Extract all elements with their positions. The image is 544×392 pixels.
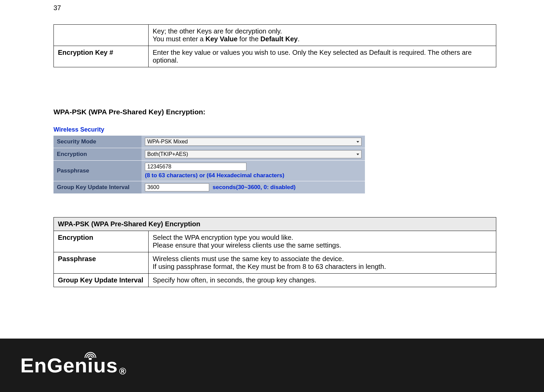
panel-title: Wireless Security (53, 124, 365, 135)
text-line: Key; the other Keys are for decryption o… (153, 27, 282, 35)
label-passphrase: Passphrase (53, 161, 142, 181)
row-passphrase: Passphrase 12345678 (8 to 63 characters)… (53, 160, 365, 181)
cell-label-group-key-interval: Group Key Update Interval (54, 274, 149, 287)
row-security-mode: Security Mode WPA-PSK Mixed (53, 135, 365, 148)
cell-text: Enter the key value or values you wish t… (149, 46, 496, 67)
text-line: Please ensure that your wireless clients… (153, 241, 341, 249)
cell-text: Wireless clients must use the same key t… (149, 252, 496, 274)
table-header-cell: WPA-PSK (WPA Pre-Shared Key) Encryption (54, 217, 496, 231)
bold-default-key: Default Key (260, 35, 298, 43)
table-row: Group Key Update Interval Specify how of… (54, 274, 496, 287)
footer: EnGenius® (0, 339, 544, 392)
label-group-key-interval: Group Key Update Interval (53, 181, 142, 193)
table-wpa-psk: WPA-PSK (WPA Pre-Shared Key) Encryption … (53, 217, 496, 287)
wifi-icon (84, 351, 97, 359)
table-header-row: WPA-PSK (WPA Pre-Shared Key) Encryption (54, 217, 496, 231)
cell-text: Key; the other Keys are for decryption o… (149, 25, 496, 46)
cell-text: Specify how often, in seconds, the group… (149, 274, 496, 287)
page-content: Key; the other Keys are for decryption o… (53, 24, 496, 287)
logo-text-a: EnGen (20, 354, 87, 377)
wireless-security-panel: Wireless Security Security Mode WPA-PSK … (53, 124, 365, 193)
row-encryption: Encryption Both(TKIP+AES) (53, 148, 365, 160)
label-encryption: Encryption (53, 148, 142, 160)
value-group-key-interval: 3600 seconds(30~3600, 0: disabled) (142, 181, 365, 193)
text-line-pre: You must enter a (153, 35, 205, 43)
passphrase-input[interactable]: 12345678 (145, 163, 246, 171)
page-number: 37 (53, 4, 61, 12)
label-security-mode: Security Mode (53, 136, 142, 148)
row-group-key-interval: Group Key Update Interval 3600 seconds(3… (53, 181, 365, 193)
value-passphrase: 12345678 (8 to 63 characters) or (64 Hex… (142, 161, 365, 181)
interval-input[interactable]: 3600 (145, 183, 209, 191)
engenius-logo: EnGenius® (20, 354, 127, 377)
text-line: If using passphrase format, the Key must… (153, 263, 386, 270)
value-encryption: Both(TKIP+AES) (142, 148, 365, 160)
text-line-mid: for the (238, 35, 261, 43)
encryption-select[interactable]: Both(TKIP+AES) (145, 150, 362, 158)
text-line-post: . (298, 35, 300, 43)
cell-label-encryption: Encryption (54, 231, 149, 252)
text-line: Select the WPA encryption type you would… (153, 234, 293, 241)
table-wep-continued: Key; the other Keys are for decryption o… (53, 24, 496, 67)
logo-registered: ® (119, 366, 127, 377)
table-row: Encryption Select the WPA encryption typ… (54, 231, 496, 252)
section-heading-wpa-psk: WPA-PSK (WPA Pre-Shared Key) Encryption: (53, 108, 496, 116)
security-mode-select[interactable]: WPA-PSK Mixed (145, 138, 362, 146)
cell-label-passphrase: Passphrase (54, 252, 149, 274)
cell-text: Select the WPA encryption type you would… (149, 231, 496, 252)
table-row: Passphrase Wireless clients must use the… (54, 252, 496, 274)
interval-hint: seconds(30~3600, 0: disabled) (213, 184, 296, 191)
logo-i-wrap: i (87, 354, 93, 377)
passphrase-hint: (8 to 63 characters) or (64 Hexadecimal … (145, 172, 362, 179)
value-security-mode: WPA-PSK Mixed (142, 136, 365, 148)
bold-key-value: Key Value (205, 35, 238, 43)
table-row: Encryption Key # Enter the key value or … (54, 46, 496, 67)
table-row: Key; the other Keys are for decryption o… (54, 25, 496, 46)
text-line: Wireless clients must use the same key t… (153, 255, 344, 262)
cell-label-encryption-key: Encryption Key # (54, 46, 149, 67)
cell-label-blank (54, 25, 149, 46)
